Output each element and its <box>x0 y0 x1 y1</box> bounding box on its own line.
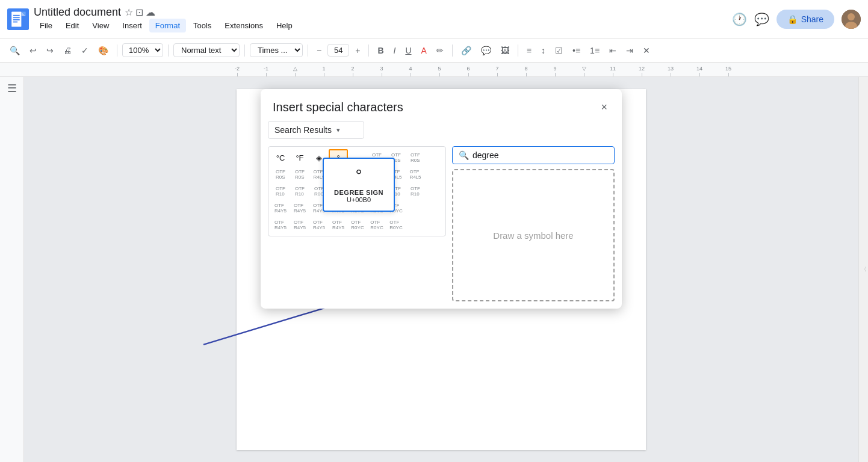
share-label: Share <box>801 14 823 24</box>
right-scrollbar[interactable]: 〈 <box>858 77 868 462</box>
dropdown-label: Search Results <box>274 125 332 135</box>
share-button[interactable]: 🔒 Share <box>777 10 834 29</box>
char-cell-otf31[interactable]: OTFR0YC <box>367 217 386 233</box>
title-icons: ☆ ⊡ ☁ <box>125 7 155 18</box>
toolbar: 🔍 ↩ ↪ 🖨 ✓ 🎨 100% Normal text Times ... −… <box>0 38 868 63</box>
dialog-close-button[interactable]: × <box>598 99 610 116</box>
menu-tools[interactable]: Tools <box>187 19 217 32</box>
char-grid: °C °F ◈ ° · OTFR0S OTFR0S OTFR0S OTFR0S <box>268 146 446 236</box>
underline-btn[interactable]: U <box>401 43 415 58</box>
search-toolbar-btn[interactable]: 🔍 <box>6 43 23 58</box>
lock-icon: 🔒 <box>787 14 798 24</box>
line-spacing-btn[interactable]: ↕ <box>538 43 549 58</box>
toolbar-sep-3 <box>244 45 245 57</box>
char-cell-empty1 <box>406 200 425 217</box>
draw-symbol-area[interactable]: Draw a symbol here <box>452 169 615 301</box>
app-icon <box>7 8 29 30</box>
char-cell-otf30[interactable]: OTFR0YC <box>348 217 367 233</box>
toolbar-sep-4 <box>308 45 308 57</box>
char-cell-otf20[interactable]: OTFR4Y5 <box>290 200 309 217</box>
style-selector[interactable]: Normal text <box>173 43 240 57</box>
font-size-increase-btn[interactable]: + <box>352 43 364 58</box>
menu-help[interactable]: Help <box>270 19 299 32</box>
degree-tooltip: ° DEGREE SIGN U+00B0 <box>323 158 395 212</box>
ruler-content: -2 -1 △ 1 2 3 4 5 6 7 8 9 ▽ 11 12 13 14 … <box>223 66 743 76</box>
toolbar-sep-6 <box>452 45 453 57</box>
degree-name: DEGREE SIGN <box>333 189 384 196</box>
comment-btn[interactable]: 💬 <box>477 43 495 58</box>
menu-extensions[interactable]: Extensions <box>219 19 269 32</box>
dialog-title: Insert special characters <box>273 100 403 114</box>
char-cell-otf4[interactable]: OTFR0S <box>271 166 290 183</box>
menu-edit[interactable]: Edit <box>60 19 85 32</box>
numbered-list-btn[interactable]: 1≡ <box>586 43 603 58</box>
history-icon[interactable]: 🕐 <box>732 12 747 26</box>
clear-format-btn[interactable]: ✕ <box>639 43 654 58</box>
char-cell-otf3[interactable]: OTFR0S <box>406 149 425 166</box>
doc-title-row: Untitled document ☆ ⊡ ☁ <box>34 6 299 19</box>
doc-area[interactable]: Click on the degree (°) symbol Insert sp… <box>24 77 858 462</box>
indent-decrease-btn[interactable]: ⇤ <box>606 43 620 58</box>
bullet-list-btn[interactable]: •≡ <box>569 43 584 58</box>
search-results-dropdown[interactable]: Search Results ▾ <box>268 121 364 139</box>
highlight-btn[interactable]: ✏ <box>433 43 447 58</box>
doc-title[interactable]: Untitled document <box>34 6 121 19</box>
zoom-selector[interactable]: 100% <box>122 43 163 57</box>
indent-increase-btn[interactable]: ⇥ <box>622 43 637 58</box>
draw-area-label: Draw a symbol here <box>493 230 573 241</box>
bold-btn[interactable]: B <box>374 43 387 58</box>
toolbar-sep-5 <box>368 45 369 57</box>
avatar[interactable] <box>842 10 861 29</box>
char-cell-otf26[interactable]: OTFR4Y5 <box>271 217 290 233</box>
char-cell-otf10[interactable]: OTFR4L5 <box>406 166 425 183</box>
char-cell-otf19[interactable]: OTFR4Y5 <box>271 200 290 217</box>
star-icon[interactable]: ☆ <box>125 7 133 18</box>
image-btn[interactable]: 🖼 <box>497 43 513 58</box>
svg-point-9 <box>848 13 855 20</box>
scroll-indicator: 〈 <box>861 265 867 274</box>
print-btn[interactable]: 🖨 <box>60 43 75 58</box>
top-bar: Untitled document ☆ ⊡ ☁ File Edit View I… <box>0 0 868 38</box>
char-cell-otf18[interactable]: OTFR10 <box>406 183 425 200</box>
search-input[interactable] <box>473 150 608 160</box>
align-btn[interactable]: ≡ <box>523 43 535 58</box>
outline-icon[interactable]: ☰ <box>7 82 17 95</box>
menu-insert[interactable]: Insert <box>116 19 148 32</box>
char-cell-otf5[interactable]: OTFR0S <box>290 166 309 183</box>
doc-title-area: Untitled document ☆ ⊡ ☁ File Edit View I… <box>34 6 299 32</box>
right-controls: 🕐 💬 🔒 Share <box>732 10 861 29</box>
cloud-icon[interactable]: ☁ <box>146 7 155 18</box>
toolbar-sep-1 <box>117 45 117 57</box>
link-btn[interactable]: 🔗 <box>457 43 475 58</box>
font-size-decrease-btn[interactable]: − <box>313 43 325 58</box>
spellcheck-btn[interactable]: ✓ <box>78 43 92 58</box>
degree-code: U+00B0 <box>333 196 384 203</box>
search-icon: 🔍 <box>459 150 469 160</box>
folder-icon[interactable]: ⊡ <box>135 7 143 18</box>
menu-view[interactable]: View <box>86 19 115 32</box>
font-size-input[interactable] <box>327 44 349 57</box>
checklist-btn[interactable]: ☑ <box>551 43 566 58</box>
menu-format[interactable]: Format <box>149 19 186 32</box>
char-cell-celsius[interactable]: °C <box>271 149 290 166</box>
char-cell-otf29[interactable]: OTFR4Y5 <box>329 217 348 233</box>
char-cell-otf12[interactable]: OTFR10 <box>290 183 309 200</box>
italic-btn[interactable]: I <box>390 43 400 58</box>
char-cell-otf32[interactable]: OTFR0YC <box>386 217 406 233</box>
right-panel: 🔍 Draw a symbol here <box>452 146 615 301</box>
char-cell-fahrenheit[interactable]: °F <box>290 149 309 166</box>
redo-btn[interactable]: ↪ <box>43 43 57 58</box>
menu-file[interactable]: File <box>34 19 58 32</box>
chat-icon[interactable]: 💬 <box>754 12 769 26</box>
char-cell-otf27[interactable]: OTFR4Y5 <box>290 217 309 233</box>
font-selector[interactable]: Times ... <box>250 43 303 57</box>
dialog-header: Insert special characters × <box>261 89 622 121</box>
paint-format-btn[interactable]: 🎨 <box>95 43 112 58</box>
char-cell-otf11[interactable]: OTFR10 <box>271 183 290 200</box>
font-color-btn[interactable]: A <box>418 43 430 58</box>
left-panel: °C °F ◈ ° · OTFR0S OTFR0S OTFR0S OTFR0S <box>268 146 446 301</box>
char-cell-otf28[interactable]: OTFR4Y5 <box>309 217 329 233</box>
insert-special-characters-dialog[interactable]: Insert special characters × Search Resul… <box>261 89 622 309</box>
undo-btn[interactable]: ↩ <box>26 43 40 58</box>
dialog-body: °C °F ◈ ° · OTFR0S OTFR0S OTFR0S OTFR0S <box>261 141 622 309</box>
